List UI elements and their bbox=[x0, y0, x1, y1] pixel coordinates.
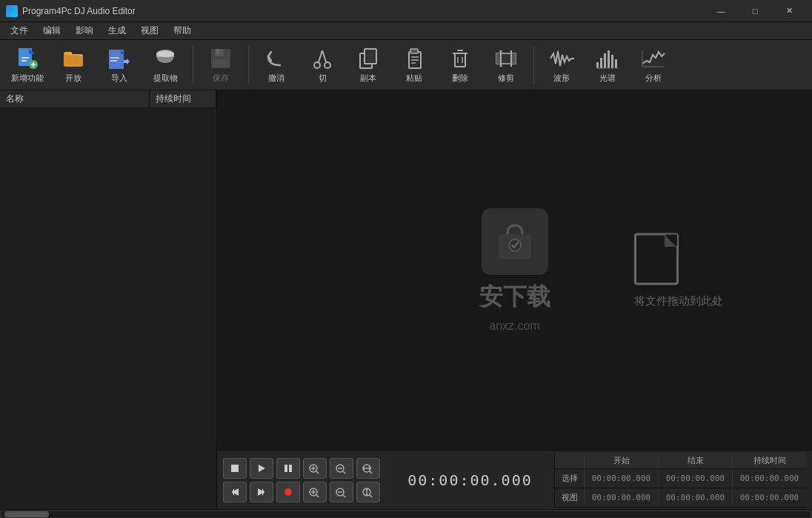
info-view-end: 00:00:00.000 bbox=[659, 488, 733, 507]
svg-rect-26 bbox=[410, 49, 418, 53]
save-icon bbox=[207, 47, 234, 71]
svg-rect-17 bbox=[216, 49, 219, 54]
pause-button[interactable] bbox=[276, 458, 300, 479]
menu-bar: 文件 编辑 影响 生成 视图 帮助 bbox=[0, 22, 812, 40]
drop-hint: 将文件拖动到此处 bbox=[634, 233, 723, 308]
scrollbar-track[interactable] bbox=[1, 511, 811, 517]
toolbar-import-button[interactable]: 导入 bbox=[98, 44, 141, 87]
toolbar-undo-button[interactable]: 撤消 bbox=[255, 44, 298, 87]
minimize-button[interactable]: — bbox=[704, 0, 738, 22]
svg-point-20 bbox=[325, 62, 330, 68]
copy-icon bbox=[355, 47, 382, 71]
col-duration-header: 持续时间 bbox=[150, 90, 216, 107]
zoom-out-h-button[interactable] bbox=[330, 458, 353, 479]
svg-rect-30 bbox=[455, 53, 465, 67]
svg-point-14 bbox=[156, 51, 174, 57]
svg-marker-54 bbox=[259, 465, 265, 472]
spectrum-label: 光谱 bbox=[599, 73, 616, 84]
svg-line-21 bbox=[319, 50, 323, 63]
transport-bar: 00:00:00.000 开始 结束 持续时间 选择 00:00:00.000 … bbox=[217, 450, 812, 509]
scrollbar-thumb[interactable] bbox=[4, 511, 49, 517]
zoom-in-v-button[interactable] bbox=[303, 482, 327, 502]
menu-edit[interactable]: 编辑 bbox=[36, 22, 68, 40]
info-view-start: 00:00:00.000 bbox=[585, 488, 659, 507]
new-label: 新增功能 bbox=[11, 73, 44, 84]
copy-label: 副本 bbox=[360, 73, 376, 84]
file-list-body[interactable] bbox=[0, 108, 216, 509]
zoom-fit-h-button[interactable] bbox=[356, 458, 380, 479]
info-panel: 开始 结束 持续时间 选择 00:00:00.000 00:00:00.000 … bbox=[554, 453, 806, 508]
toolbar-save-button: 保存 bbox=[199, 44, 242, 87]
save-label: 保存 bbox=[213, 73, 229, 84]
trim-label: 修剪 bbox=[498, 73, 514, 84]
menu-file[interactable]: 文件 bbox=[3, 22, 36, 40]
toolbar-extract-button[interactable]: 提取物 bbox=[144, 44, 187, 87]
zoom-out-v-button[interactable] bbox=[330, 482, 353, 502]
paste-label: 粘贴 bbox=[406, 73, 422, 84]
maximize-button[interactable]: □ bbox=[738, 0, 772, 22]
play-button[interactable] bbox=[250, 458, 273, 479]
svg-point-73 bbox=[284, 488, 292, 496]
import-label: 导入 bbox=[111, 73, 127, 84]
next-button[interactable] bbox=[250, 482, 273, 502]
toolbar-spectrum-button[interactable]: 光谱 bbox=[586, 44, 629, 87]
menu-effect[interactable]: 影响 bbox=[68, 22, 101, 40]
toolbar-copy-button[interactable]: 副本 bbox=[347, 44, 390, 87]
main-layout: 名称 持续时间 bbox=[0, 90, 812, 518]
stop-button[interactable] bbox=[223, 458, 247, 479]
info-view-row: 视图 00:00:00.000 00:00:00.000 00:00:00.00… bbox=[555, 488, 806, 508]
bottom-scrollbar[interactable] bbox=[0, 509, 812, 518]
toolbar-cut-button[interactable]: 切 bbox=[301, 44, 344, 87]
info-header-end: 结束 bbox=[659, 453, 733, 468]
toolbar-delete-button[interactable]: 删除 bbox=[439, 44, 482, 87]
svg-rect-53 bbox=[231, 465, 239, 472]
watermark-url: anxz.com bbox=[489, 319, 539, 333]
info-header-label-empty bbox=[555, 453, 585, 468]
info-selection-start: 00:00:00.000 bbox=[585, 469, 659, 488]
menu-view[interactable]: 视图 bbox=[133, 22, 166, 40]
info-view-label: 视图 bbox=[555, 488, 585, 507]
new-icon bbox=[14, 47, 41, 71]
svg-line-58 bbox=[316, 471, 320, 474]
svg-marker-11 bbox=[124, 59, 130, 64]
close-button[interactable]: ✕ bbox=[772, 0, 806, 22]
toolbar-wave-button[interactable]: 波形 bbox=[540, 44, 583, 87]
toolbar-analyze-button[interactable]: 分析 bbox=[632, 44, 675, 87]
svg-rect-55 bbox=[284, 465, 287, 472]
svg-rect-56 bbox=[289, 465, 292, 472]
toolbar-paste-button[interactable]: 粘贴 bbox=[393, 44, 436, 87]
svg-rect-47 bbox=[615, 59, 617, 68]
svg-rect-10 bbox=[110, 60, 117, 62]
extract-icon bbox=[152, 47, 179, 71]
file-list-header: 名称 持续时间 bbox=[0, 90, 216, 108]
svg-line-82 bbox=[370, 495, 373, 497]
svg-line-22 bbox=[322, 50, 327, 63]
toolbar-open-button[interactable]: 开放 bbox=[52, 44, 95, 87]
separator-2 bbox=[248, 47, 249, 84]
svg-line-75 bbox=[316, 495, 320, 497]
zoom-fit-v-button[interactable] bbox=[356, 482, 380, 502]
info-selection-label: 选择 bbox=[555, 469, 585, 488]
menu-generate[interactable]: 生成 bbox=[101, 22, 133, 40]
record-button[interactable] bbox=[276, 482, 300, 502]
svg-rect-45 bbox=[608, 50, 610, 68]
analyze-icon bbox=[640, 47, 667, 71]
toolbar-new-button[interactable]: 新增功能 bbox=[6, 44, 49, 87]
menu-help[interactable]: 帮助 bbox=[166, 22, 199, 40]
toolbar-trim-button[interactable]: 修剪 bbox=[485, 44, 528, 87]
time-display: 00:00:00.000 bbox=[389, 471, 551, 489]
undo-icon bbox=[263, 47, 290, 71]
delete-icon bbox=[447, 47, 473, 71]
svg-rect-42 bbox=[596, 62, 599, 68]
trim-icon bbox=[493, 47, 519, 71]
drop-hint-text: 将文件拖动到此处 bbox=[634, 293, 723, 308]
svg-rect-2 bbox=[21, 57, 29, 59]
svg-rect-24 bbox=[365, 49, 376, 64]
waveform-panel[interactable]: 安下载 anxz.com 将文件拖动到此处 bbox=[217, 90, 812, 509]
zoom-in-h-button[interactable] bbox=[303, 458, 327, 479]
prev-button[interactable] bbox=[223, 482, 247, 502]
separator-1 bbox=[193, 47, 193, 84]
spectrum-icon bbox=[594, 47, 621, 71]
info-header-duration: 持续时间 bbox=[733, 453, 806, 468]
info-selection-duration: 00:00:00.000 bbox=[733, 469, 806, 488]
